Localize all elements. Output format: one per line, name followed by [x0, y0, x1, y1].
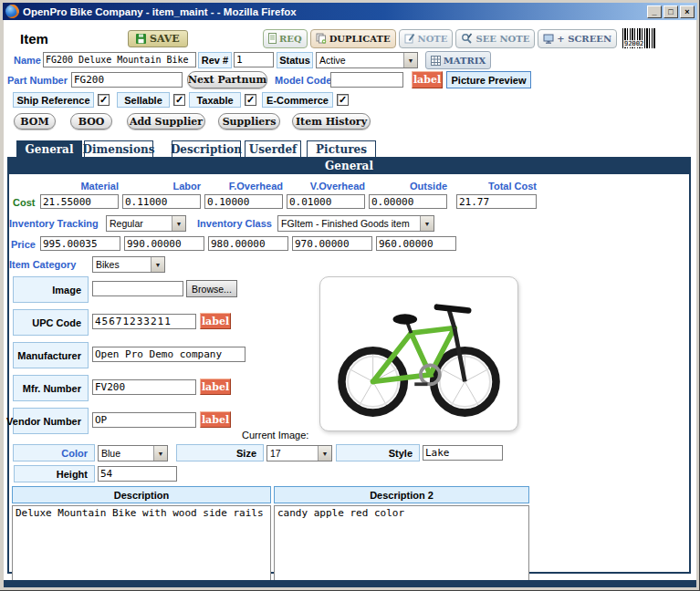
save-button[interactable]: SAVE — [128, 30, 188, 47]
manufacturer-label: Manufacturer — [13, 342, 89, 368]
req-button[interactable]: REQ — [263, 29, 308, 48]
price-1-input[interactable] — [40, 236, 120, 251]
model-label-button[interactable]: label — [412, 71, 443, 88]
name-label: Name — [14, 55, 41, 66]
next-partnum-button[interactable]: Next Partnum — [187, 71, 267, 88]
maximize-button[interactable]: □ — [663, 5, 678, 18]
color-label: Color — [13, 444, 95, 461]
window-title: OpenPro Bike Company - item_maint - - Mo… — [23, 6, 643, 17]
record-toolbar: REQ DUPLICATE NOTE SEE NOTE + SCREEN 920… — [263, 28, 655, 48]
height-input[interactable] — [98, 466, 177, 482]
part-number-label: Part Number — [7, 75, 68, 86]
add-screen-button[interactable]: + SCREEN — [538, 29, 617, 48]
tab-pictures[interactable]: Pictures — [307, 140, 376, 157]
close-button[interactable]: × — [680, 5, 695, 18]
duplicate-icon — [316, 33, 327, 44]
add-screen-button-label: + SCREEN — [557, 34, 611, 44]
item-barcode: 92002 — [622, 28, 655, 48]
description-textarea[interactable]: Deluxe Mountain Bike with wood side rail… — [12, 505, 271, 584]
cost-col-voverhead: V.Overhead — [287, 181, 365, 192]
minimize-button[interactable]: _ — [647, 5, 662, 18]
cost-total-input[interactable] — [456, 194, 537, 209]
inventory-tracking-value: Regular — [107, 218, 172, 229]
screen-icon — [543, 34, 554, 44]
part-number-input[interactable] — [71, 72, 183, 88]
matrix-button-label: MATRIX — [444, 56, 486, 66]
matrix-grid-icon — [431, 56, 441, 66]
price-4-input[interactable] — [292, 236, 372, 251]
duplicate-button[interactable]: DUPLICATE — [310, 29, 396, 48]
cost-col-outside: Outside — [369, 181, 447, 192]
cost-foverhead-input[interactable] — [204, 194, 283, 209]
color-select-value: Blue — [99, 448, 153, 459]
mfr-number-input[interactable] — [92, 379, 196, 395]
ecommerce-checkbox[interactable]: ✓ — [337, 94, 349, 106]
cost-voverhead-input[interactable] — [287, 194, 365, 209]
price-2-input[interactable] — [124, 236, 204, 251]
picture-preview-button[interactable]: Picture Preview — [446, 71, 531, 88]
save-button-label: SAVE — [150, 33, 180, 45]
cost-col-foverhead: F.Overhead — [204, 181, 283, 192]
model-code-input[interactable] — [330, 72, 403, 88]
add-supplier-button[interactable]: Add Supplier — [127, 113, 205, 130]
description2-textarea[interactable]: candy apple red color — [274, 505, 529, 584]
taxable-checkbox[interactable]: ✓ — [245, 94, 256, 106]
item-history-button[interactable]: Item History — [292, 113, 371, 130]
image-label: Image — [13, 276, 89, 303]
upc-code-input[interactable] — [92, 314, 196, 329]
matrix-button[interactable]: MATRIX — [425, 51, 491, 69]
save-floppy-icon — [136, 34, 146, 44]
note-pencil-icon — [404, 33, 415, 44]
browse-button[interactable]: Browse... — [186, 280, 237, 297]
height-label: Height — [14, 465, 95, 482]
status-select-value: Active — [317, 55, 403, 66]
size-select[interactable]: 17 ▼ — [266, 445, 332, 461]
item-category-select[interactable]: Bikes ▼ — [92, 256, 165, 273]
size-select-value: 17 — [267, 448, 318, 459]
inventory-class-select[interactable]: FGItem - Finished Goods item ▼ — [277, 215, 434, 232]
dropdown-arrow-icon: ▼ — [153, 446, 167, 461]
inventory-tracking-label: Inventory Tracking — [9, 218, 99, 229]
rev-input[interactable] — [234, 52, 274, 67]
tab-userdef[interactable]: Userdef — [245, 140, 301, 157]
manufacturer-input[interactable] — [92, 347, 246, 362]
item-category-value: Bikes — [93, 259, 151, 270]
see-note-button[interactable]: SEE NOTE — [455, 29, 535, 48]
mfr-label-button[interactable]: label — [200, 378, 231, 395]
cost-material-input[interactable] — [40, 194, 119, 209]
vendor-number-input[interactable] — [92, 412, 196, 428]
page-title: Item — [20, 31, 48, 47]
upc-label-button[interactable]: label — [200, 313, 231, 329]
duplicate-button-label: DUPLICATE — [329, 34, 391, 44]
suppliers-button[interactable]: Suppliers — [218, 113, 280, 130]
style-input[interactable] — [423, 445, 503, 461]
vendor-number-label: Vendor Number — [13, 408, 89, 434]
status-select[interactable]: Active ▼ — [316, 52, 418, 68]
price-3-input[interactable] — [208, 236, 288, 251]
name-input[interactable] — [43, 52, 196, 67]
color-label-text: Color — [61, 448, 88, 459]
tab-dimensions[interactable]: Dimensions — [84, 140, 153, 157]
tab-general[interactable]: General — [16, 140, 82, 157]
size-label: Size — [176, 444, 264, 461]
cost-outside-input[interactable] — [369, 194, 447, 209]
ship-reference-checkbox[interactable]: ✓ — [98, 94, 110, 106]
current-image-caption: Current Image: — [242, 430, 308, 441]
sellable-checkbox[interactable]: ✓ — [173, 94, 185, 106]
inventory-class-value: FGItem - Finished Goods item — [278, 218, 420, 229]
bom-button[interactable]: BOM — [14, 113, 56, 130]
cost-col-labor: Labor — [122, 181, 201, 192]
note-button[interactable]: NOTE — [399, 29, 454, 48]
inventory-tracking-select[interactable]: Regular ▼ — [106, 215, 186, 232]
boo-button[interactable]: BOO — [70, 113, 112, 130]
price-5-input[interactable] — [376, 236, 456, 251]
color-select[interactable]: Blue ▼ — [98, 445, 168, 461]
cost-labor-input[interactable] — [122, 194, 201, 209]
bike-image — [328, 285, 510, 423]
page-footer-bar — [4, 580, 696, 587]
status-label: Status — [277, 52, 313, 68]
firefox-window: OpenPro Bike Company - item_maint - - Mo… — [0, 0, 700, 591]
image-file-input[interactable] — [92, 281, 183, 296]
vendor-label-button[interactable]: label — [200, 411, 231, 428]
tab-description[interactable]: Description — [172, 140, 241, 157]
